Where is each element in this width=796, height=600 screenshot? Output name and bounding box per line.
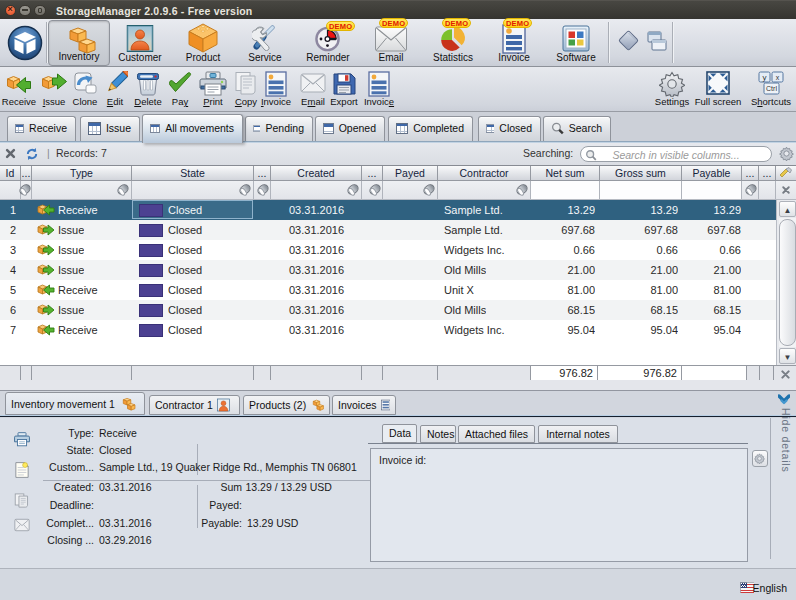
svg-text:x: x: [776, 74, 780, 81]
svg-text:Ctrl: Ctrl: [766, 85, 777, 92]
svg-text:y: y: [763, 73, 767, 82]
